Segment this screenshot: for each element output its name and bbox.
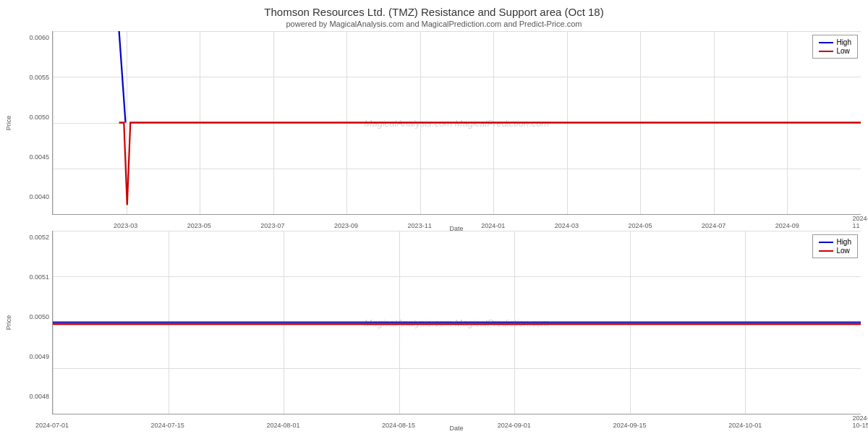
- chart2-x-tick-4: 2024-08-15: [382, 422, 415, 429]
- chart2-wrapper: Price 0.0052 0.0051 0.0050 0.0049 0.0048: [7, 231, 861, 430]
- chart2-high-line: [819, 242, 833, 243]
- chart2-legend: High Low: [812, 234, 858, 258]
- chart2-x-tick-2: 2024-07-15: [151, 422, 184, 429]
- chart1-x-tick-1: 2023-03: [114, 222, 137, 229]
- chart1-y-axis: Price 0.0060 0.0055 0.0050 0.0045 0.0040: [7, 31, 52, 215]
- chart1-legend: High Low: [812, 35, 858, 59]
- chart1-x-tick-10: 2024-09: [775, 222, 799, 229]
- chart2-x-tick-5: 2024-09-01: [498, 422, 531, 429]
- chart1-x-axis: 2023-03 2023-05 2023-07 2023-09 2023-11 …: [52, 215, 861, 231]
- chart2-low-label: Low: [836, 247, 849, 255]
- chart2-x-tick-3: 2024-08-01: [266, 422, 299, 429]
- chart2-low-line: [819, 250, 833, 252]
- chart2-x-label: Date: [449, 425, 463, 432]
- chart1-y-tick-5: 0.0040: [7, 194, 49, 200]
- chart1-x-tick-5: 2023-11: [408, 222, 432, 229]
- chart1-x-tick-9: 2024-07: [702, 222, 726, 229]
- chart1-y-tick-4: 0.0045: [7, 154, 49, 161]
- chart2-svg: [53, 231, 861, 414]
- page-subtitle: powered by MagicalAnalysis.com and Magic…: [7, 20, 861, 28]
- chart1-x-tick-4: 2023-09: [334, 222, 358, 229]
- chart2-area: Price 0.0052 0.0051 0.0050 0.0049 0.0048: [7, 231, 861, 414]
- chart1-high-line: [819, 42, 833, 43]
- chart2-legend-low: Low: [819, 247, 851, 255]
- chart1-y-tick-2: 0.0055: [7, 75, 49, 81]
- chart1-high-label: High: [836, 38, 851, 46]
- page-title: Thomson Resources Ltd. (TMZ) Resistance …: [7, 6, 861, 18]
- chart1-y-label: Price: [5, 116, 12, 131]
- chart1-y-tick-1: 0.0060: [7, 35, 49, 41]
- chart2-y-tick-5: 0.0048: [7, 393, 49, 400]
- chart2-x-tick-1: 2024-07-01: [35, 422, 69, 429]
- chart2-x-tick-7: 2024-10-01: [728, 422, 762, 429]
- chart1-x-tick-6: 2024-01: [481, 222, 505, 229]
- chart1-x-tick-11: 2024-11: [852, 215, 868, 229]
- chart1-svg: [53, 31, 861, 214]
- chart1-low-line: [819, 51, 833, 52]
- chart1-area: Price 0.0060 0.0055 0.0050 0.0045 0.0040: [7, 31, 861, 215]
- chart2-legend-high: High: [819, 238, 851, 246]
- chart1-legend-low: Low: [819, 47, 851, 55]
- chart1-low-label: Low: [836, 47, 849, 55]
- chart2-x-axis: 2024-07-01 2024-07-15 2024-08-01 2024-08…: [52, 414, 861, 430]
- chart1-y-tick-3: 0.0050: [7, 114, 49, 121]
- chart2-y-tick-4: 0.0049: [7, 354, 49, 360]
- chart1-legend-high: High: [819, 38, 851, 46]
- chart2-x-tick-6: 2024-09-15: [613, 422, 646, 429]
- page-container: Thomson Resources Ltd. (TMZ) Resistance …: [0, 0, 868, 434]
- charts-container: Price 0.0060 0.0055 0.0050 0.0045 0.0040: [7, 31, 861, 430]
- chart2-x-tick-8: 2024-10-15: [852, 414, 868, 429]
- chart2-y-tick-2: 0.0051: [7, 274, 49, 281]
- chart1-inner: MagicalAnalysis.com MagicalPrediction.co…: [52, 31, 861, 215]
- chart2-y-tick-1: 0.0052: [7, 234, 49, 241]
- chart1-x-tick-7: 2024-03: [555, 222, 579, 229]
- chart2-y-label: Price: [5, 315, 12, 331]
- chart1-x-tick-2: 2023-05: [187, 222, 211, 229]
- chart2-inner: MagicalAnalysis.com MagicalPrediction.co…: [52, 231, 861, 414]
- chart2-y-axis: Price 0.0052 0.0051 0.0050 0.0049 0.0048: [7, 231, 52, 414]
- chart2-y-tick-3: 0.0050: [7, 314, 49, 320]
- chart2-high-label: High: [836, 238, 851, 246]
- chart1-x-tick-3: 2023-07: [260, 222, 284, 229]
- chart1-x-tick-8: 2024-05: [628, 222, 652, 229]
- chart1-wrapper: Price 0.0060 0.0055 0.0050 0.0045 0.0040: [7, 31, 861, 231]
